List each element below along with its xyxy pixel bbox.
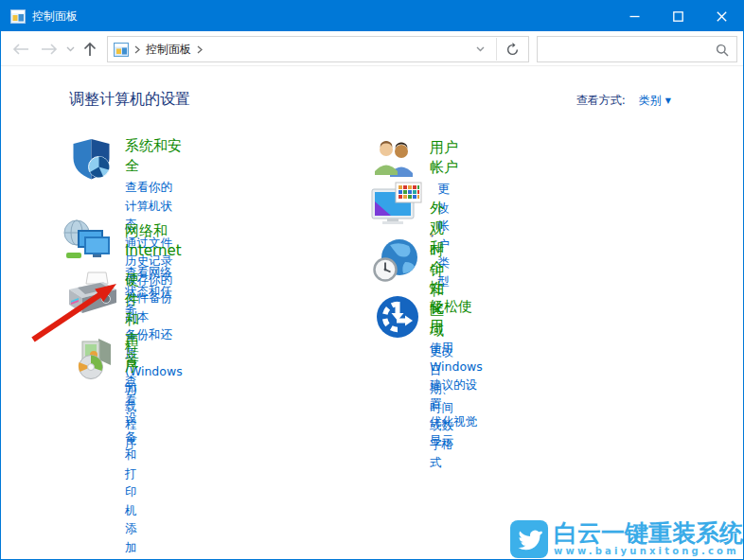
category-title-network[interactable]: 网络和 Internet: [125, 221, 182, 261]
view-by-label: 查看方式:: [576, 93, 626, 109]
refresh-icon: [505, 43, 520, 57]
forward-arrow-icon: [41, 44, 58, 55]
back-button[interactable]: [10, 31, 31, 66]
refresh-button[interactable]: [497, 37, 528, 61]
shield-icon[interactable]: [69, 137, 114, 182]
address-bar[interactable]: 控制面板: [107, 36, 529, 62]
chevron-down-icon: [66, 46, 75, 52]
back-arrow-icon: [12, 44, 29, 55]
watermark-badge: [510, 520, 548, 558]
monitor-palette-icon[interactable]: [370, 182, 423, 229]
control-panel-icon: [10, 9, 26, 24]
control-panel-icon: [114, 43, 129, 57]
cd-box-icon[interactable]: [73, 337, 115, 380]
up-arrow-icon: [83, 42, 97, 57]
page-title: 调整计算机的设置: [69, 90, 190, 110]
bird-icon: [516, 528, 542, 551]
maximize-button[interactable]: [656, 1, 700, 31]
minimize-icon: [629, 11, 640, 22]
link-uninstall-program[interactable]: 卸载程序: [125, 378, 139, 452]
link-optimize-visual[interactable]: 优化视觉显示: [430, 412, 483, 449]
maximize-icon: [673, 11, 683, 22]
users-icon[interactable]: [373, 137, 415, 179]
close-button[interactable]: [700, 1, 743, 31]
watermark: 白云一键重装系统 www.baiyunxitong.com: [510, 520, 743, 558]
close-icon: [717, 11, 727, 22]
link-suggested-settings[interactable]: 使用 Windows 建议的设置: [430, 339, 483, 412]
view-by-caret-icon[interactable]: ▼: [665, 96, 671, 105]
category-title-user-accounts[interactable]: 用户帐户: [430, 138, 459, 178]
search-icon: [716, 44, 729, 57]
address-dropdown-button[interactable]: [465, 37, 496, 61]
network-icon[interactable]: [62, 219, 112, 262]
globe-clock-icon[interactable]: [373, 237, 418, 283]
chevron-down-icon: [476, 46, 485, 52]
breadcrumb-chevron-icon[interactable]: [134, 45, 140, 54]
breadcrumb-chevron-icon[interactable]: [197, 45, 203, 54]
search-input[interactable]: [543, 38, 712, 61]
up-button[interactable]: [80, 31, 100, 66]
ease-of-access-icon[interactable]: [376, 295, 419, 339]
minimize-button[interactable]: [612, 1, 656, 31]
watermark-url: www.baiyunxitong.com: [554, 546, 743, 556]
category-title-system-security[interactable]: 系统和安全: [125, 136, 183, 176]
breadcrumb-control-panel[interactable]: 控制面板: [146, 42, 191, 58]
view-by-value[interactable]: 类别: [639, 93, 662, 109]
forward-button[interactable]: [39, 31, 60, 66]
view-by: 查看方式: 类别 ▼: [576, 93, 671, 109]
category-title-programs[interactable]: 程序: [125, 337, 139, 376]
navigation-bar: 控制面板: [1, 31, 743, 66]
category-title-ease-of-access[interactable]: 轻松使用: [430, 297, 483, 337]
search-box: [537, 36, 737, 62]
title-bar: 控制面板: [1, 1, 743, 31]
watermark-title: 白云一键重装系统: [554, 520, 743, 546]
recent-pages-button[interactable]: [63, 31, 77, 66]
window-title: 控制面板: [32, 9, 78, 25]
printer-icon[interactable]: [63, 271, 118, 318]
link-add-device[interactable]: 添加设备: [125, 519, 139, 560]
